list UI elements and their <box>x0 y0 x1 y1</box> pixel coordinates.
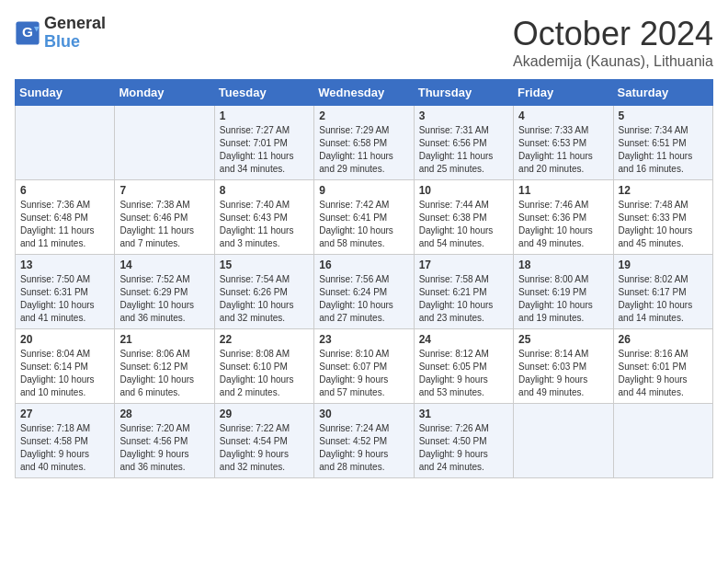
day-info: Sunrise: 7:56 AM Sunset: 6:24 PM Dayligh… <box>319 273 408 325</box>
logo-text: General Blue <box>44 15 106 52</box>
calendar-week-row: 20Sunrise: 8:04 AM Sunset: 6:14 PM Dayli… <box>16 329 713 404</box>
day-number: 30 <box>319 408 408 420</box>
day-number: 19 <box>619 259 708 271</box>
day-info: Sunrise: 8:04 AM Sunset: 6:14 PM Dayligh… <box>20 348 109 399</box>
day-number: 23 <box>319 333 408 346</box>
day-info: Sunrise: 7:38 AM Sunset: 6:46 PM Dayligh… <box>119 199 209 250</box>
day-number: 16 <box>319 259 408 271</box>
logo-icon: G <box>15 20 40 46</box>
calendar-cell: 5Sunrise: 7:34 AM Sunset: 6:51 PM Daylig… <box>613 106 712 180</box>
day-header-thursday: Thursday <box>414 80 513 106</box>
calendar-cell: 28Sunrise: 7:20 AM Sunset: 4:56 PM Dayli… <box>115 404 214 478</box>
day-number: 25 <box>518 333 608 346</box>
calendar-cell: 2Sunrise: 7:29 AM Sunset: 6:58 PM Daylig… <box>314 106 414 180</box>
day-info: Sunrise: 7:18 AM Sunset: 4:58 PM Dayligh… <box>20 422 109 474</box>
day-info: Sunrise: 8:10 AM Sunset: 6:07 PM Dayligh… <box>319 348 408 399</box>
day-info: Sunrise: 7:48 AM Sunset: 6:33 PM Dayligh… <box>619 199 708 250</box>
calendar-cell: 19Sunrise: 8:02 AM Sunset: 6:17 PM Dayli… <box>613 255 712 329</box>
calendar-cell: 15Sunrise: 7:54 AM Sunset: 6:26 PM Dayli… <box>214 255 313 329</box>
calendar-cell: 4Sunrise: 7:33 AM Sunset: 6:53 PM Daylig… <box>514 106 613 180</box>
days-header-row: SundayMondayTuesdayWednesdayThursdayFrid… <box>16 80 713 106</box>
calendar-cell: 20Sunrise: 8:04 AM Sunset: 6:14 PM Dayli… <box>16 329 115 404</box>
day-info: Sunrise: 8:12 AM Sunset: 6:05 PM Dayligh… <box>419 348 508 399</box>
day-number: 14 <box>119 259 209 271</box>
day-info: Sunrise: 8:14 AM Sunset: 6:03 PM Dayligh… <box>518 348 608 399</box>
day-info: Sunrise: 7:26 AM Sunset: 4:50 PM Dayligh… <box>419 422 508 474</box>
day-info: Sunrise: 8:16 AM Sunset: 6:01 PM Dayligh… <box>619 348 708 399</box>
day-number: 3 <box>419 109 508 122</box>
month-title: October 2024 <box>513 15 713 53</box>
day-number: 8 <box>220 184 309 197</box>
calendar-cell: 22Sunrise: 8:08 AM Sunset: 6:10 PM Dayli… <box>214 329 313 404</box>
day-info: Sunrise: 7:22 AM Sunset: 4:54 PM Dayligh… <box>220 422 309 474</box>
day-info: Sunrise: 7:36 AM Sunset: 6:48 PM Dayligh… <box>20 199 109 250</box>
calendar-cell <box>115 106 214 180</box>
day-info: Sunrise: 7:52 AM Sunset: 6:29 PM Dayligh… <box>119 273 209 325</box>
day-number: 5 <box>619 109 708 122</box>
calendar-cell: 25Sunrise: 8:14 AM Sunset: 6:03 PM Dayli… <box>514 329 613 404</box>
calendar-cell: 6Sunrise: 7:36 AM Sunset: 6:48 PM Daylig… <box>16 180 115 255</box>
logo: G General Blue <box>15 15 106 52</box>
calendar-cell: 23Sunrise: 8:10 AM Sunset: 6:07 PM Dayli… <box>314 329 414 404</box>
calendar-body: 1Sunrise: 7:27 AM Sunset: 7:01 PM Daylig… <box>16 106 713 478</box>
calendar-cell: 14Sunrise: 7:52 AM Sunset: 6:29 PM Dayli… <box>115 255 214 329</box>
calendar-week-row: 6Sunrise: 7:36 AM Sunset: 6:48 PM Daylig… <box>16 180 713 255</box>
day-info: Sunrise: 7:33 AM Sunset: 6:53 PM Dayligh… <box>518 124 608 176</box>
calendar-cell: 16Sunrise: 7:56 AM Sunset: 6:24 PM Dayli… <box>314 255 414 329</box>
calendar-cell: 9Sunrise: 7:42 AM Sunset: 6:41 PM Daylig… <box>314 180 414 255</box>
calendar-cell: 12Sunrise: 7:48 AM Sunset: 6:33 PM Dayli… <box>613 180 712 255</box>
day-info: Sunrise: 7:58 AM Sunset: 6:21 PM Dayligh… <box>419 273 508 325</box>
day-info: Sunrise: 7:24 AM Sunset: 4:52 PM Dayligh… <box>319 422 408 474</box>
day-info: Sunrise: 7:31 AM Sunset: 6:56 PM Dayligh… <box>419 124 508 176</box>
day-info: Sunrise: 7:20 AM Sunset: 4:56 PM Dayligh… <box>119 422 209 474</box>
calendar-cell: 3Sunrise: 7:31 AM Sunset: 6:56 PM Daylig… <box>414 106 513 180</box>
day-header-sunday: Sunday <box>16 80 115 106</box>
day-number: 6 <box>20 184 109 197</box>
calendar-week-row: 1Sunrise: 7:27 AM Sunset: 7:01 PM Daylig… <box>16 106 713 180</box>
calendar-week-row: 13Sunrise: 7:50 AM Sunset: 6:31 PM Dayli… <box>16 255 713 329</box>
day-info: Sunrise: 7:54 AM Sunset: 6:26 PM Dayligh… <box>220 273 309 325</box>
calendar-cell: 31Sunrise: 7:26 AM Sunset: 4:50 PM Dayli… <box>414 404 513 478</box>
day-number: 15 <box>220 259 309 271</box>
logo-line2: Blue <box>44 33 106 52</box>
calendar-table: SundayMondayTuesdayWednesdayThursdayFrid… <box>15 79 713 478</box>
calendar-cell: 27Sunrise: 7:18 AM Sunset: 4:58 PM Dayli… <box>16 404 115 478</box>
day-number: 29 <box>220 408 309 420</box>
calendar-cell: 8Sunrise: 7:40 AM Sunset: 6:43 PM Daylig… <box>214 180 313 255</box>
calendar-cell: 24Sunrise: 8:12 AM Sunset: 6:05 PM Dayli… <box>414 329 513 404</box>
day-header-monday: Monday <box>115 80 214 106</box>
calendar-cell: 7Sunrise: 7:38 AM Sunset: 6:46 PM Daylig… <box>115 180 214 255</box>
day-number: 21 <box>119 333 209 346</box>
logo-line1: General <box>44 15 106 33</box>
calendar-cell <box>613 404 712 478</box>
day-number: 31 <box>419 408 508 420</box>
svg-text:G: G <box>22 24 33 40</box>
calendar-cell: 11Sunrise: 7:46 AM Sunset: 6:36 PM Dayli… <box>514 180 613 255</box>
day-number: 9 <box>319 184 408 197</box>
day-number: 10 <box>419 184 508 197</box>
day-info: Sunrise: 7:46 AM Sunset: 6:36 PM Dayligh… <box>518 199 608 250</box>
calendar-cell: 13Sunrise: 7:50 AM Sunset: 6:31 PM Dayli… <box>16 255 115 329</box>
day-info: Sunrise: 7:44 AM Sunset: 6:38 PM Dayligh… <box>419 199 508 250</box>
calendar-cell: 18Sunrise: 8:00 AM Sunset: 6:19 PM Dayli… <box>514 255 613 329</box>
calendar-cell <box>16 106 115 180</box>
day-info: Sunrise: 8:02 AM Sunset: 6:17 PM Dayligh… <box>619 273 708 325</box>
location-title: Akademija (Kaunas), Lithuania <box>513 53 713 70</box>
day-info: Sunrise: 7:27 AM Sunset: 7:01 PM Dayligh… <box>220 124 309 176</box>
day-number: 11 <box>518 184 608 197</box>
day-number: 26 <box>619 333 708 346</box>
day-number: 20 <box>20 333 109 346</box>
day-number: 7 <box>119 184 209 197</box>
calendar-cell: 29Sunrise: 7:22 AM Sunset: 4:54 PM Dayli… <box>214 404 313 478</box>
header: G General Blue October 2024 Akademija (K… <box>15 15 713 70</box>
day-info: Sunrise: 8:00 AM Sunset: 6:19 PM Dayligh… <box>518 273 608 325</box>
day-number: 18 <box>518 259 608 271</box>
day-info: Sunrise: 7:42 AM Sunset: 6:41 PM Dayligh… <box>319 199 408 250</box>
calendar-cell: 10Sunrise: 7:44 AM Sunset: 6:38 PM Dayli… <box>414 180 513 255</box>
day-number: 27 <box>20 408 109 420</box>
calendar-cell <box>514 404 613 478</box>
day-header-friday: Friday <box>514 80 613 106</box>
calendar-cell: 1Sunrise: 7:27 AM Sunset: 7:01 PM Daylig… <box>214 106 313 180</box>
day-info: Sunrise: 7:34 AM Sunset: 6:51 PM Dayligh… <box>619 124 708 176</box>
day-number: 2 <box>319 109 408 122</box>
